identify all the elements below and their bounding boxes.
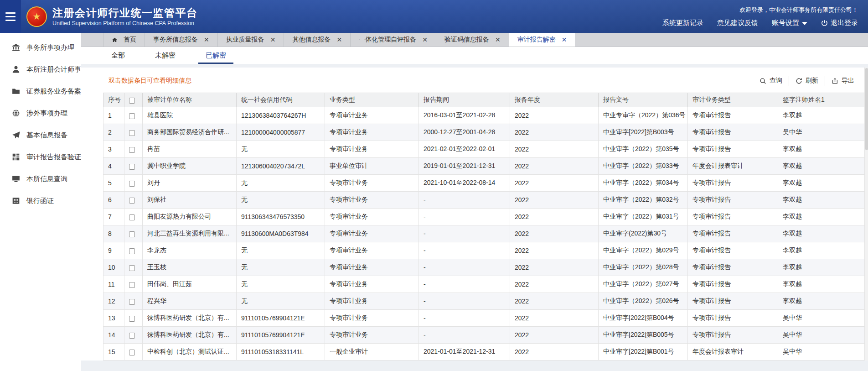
select-all-checkbox[interactable]: [129, 98, 135, 104]
sidebar-item[interactable]: 基本信息报备: [0, 124, 81, 146]
tab-验证码信息报备[interactable]: 验证码信息报备✕: [436, 33, 509, 47]
row-checkbox[interactable]: [129, 333, 135, 339]
tab-close-icon[interactable]: ✕: [270, 37, 276, 43]
sidebar-item[interactable]: 本所信息查询: [0, 168, 81, 190]
tab-close-icon[interactable]: ✕: [336, 37, 342, 43]
cell-filing-year: 2022: [510, 141, 599, 158]
table-row[interactable]: 3冉苗无专项审计业务2021-02-01至2022-02-012022中业审字（…: [103, 141, 868, 158]
tab-首页[interactable]: 首页: [103, 33, 145, 47]
刷新-button[interactable]: 刷新: [789, 76, 825, 86]
cell-no: 4: [103, 158, 124, 175]
table-row[interactable]: 10王玉枝无专项审计业务-2022中业审字（2022）第028号专项审计报告李双…: [103, 259, 868, 276]
row-checkbox[interactable]: [129, 231, 135, 237]
cell-name: 冀中职业学院: [143, 158, 237, 175]
sidebar-item-label: 基本信息报备: [26, 131, 67, 140]
tab-执业质量报备[interactable]: 执业质量报备✕: [218, 33, 284, 47]
table-row[interactable]: 13徕博科医药研发（北京）有...91110105769904121E专项审计业…: [103, 310, 868, 327]
row-checkbox[interactable]: [129, 248, 135, 254]
hamburger-menu-icon[interactable]: [0, 0, 21, 33]
sidebar-item[interactable]: 涉外事项办理: [0, 102, 81, 124]
sidebar-item-label: 银行函证: [26, 197, 54, 205]
subtab-未解密[interactable]: 未解密: [153, 47, 177, 64]
tab-一体化管理自评报备[interactable]: 一体化管理自评报备✕: [351, 33, 436, 47]
subtab-全部[interactable]: 全部: [109, 47, 127, 64]
row-checkbox[interactable]: [129, 299, 135, 305]
column-header: 报告期间: [419, 93, 510, 107]
row-checkbox[interactable]: [129, 113, 135, 119]
导出-button[interactable]: 导出: [825, 76, 861, 86]
table-row[interactable]: 2商务部国际贸易经济合作研...121000004000005877专项审计业务…: [103, 124, 868, 141]
table-row[interactable]: 15中检科创（北京）测试认证...91110105318331141L一般企业审…: [103, 344, 868, 361]
tab-label: 其他信息报备: [292, 36, 331, 44]
sidebar-item[interactable]: 审计报告报备验证: [0, 146, 81, 168]
cell-report-period: 2021-02-01至2022-02-01: [419, 141, 510, 158]
sidebar-item[interactable]: 本所注册会计师事项...: [0, 58, 81, 80]
top-link-label: 退出登录: [831, 19, 858, 27]
cell-no: 8: [103, 225, 124, 242]
cell-no: 6: [103, 192, 124, 209]
top-link-1[interactable]: 系统更新记录: [662, 19, 703, 27]
cell-select: [124, 276, 143, 293]
subtab-已解密[interactable]: 已解密: [204, 47, 228, 64]
cell-no: 14: [103, 327, 124, 344]
row-checkbox[interactable]: [129, 164, 135, 170]
cell-business-type: 专项审计业务: [325, 310, 419, 327]
power-icon: [821, 20, 828, 26]
table-row[interactable]: 4冀中职业学院12130600402073472L事业单位审计2019-01-0…: [103, 158, 868, 175]
sidebar-item[interactable]: 证券服务业务备案: [0, 80, 81, 102]
row-checkbox[interactable]: [129, 350, 135, 355]
top-link-2[interactable]: 意见建议反馈: [717, 19, 758, 27]
row-checkbox[interactable]: [129, 147, 135, 153]
scrollbar-thumb[interactable]: [865, 68, 868, 150]
cell-report-period: 2021-01-01至2021-12-31: [419, 344, 510, 361]
row-checkbox[interactable]: [129, 130, 135, 136]
sidebar-item[interactable]: 事务所事项办理: [0, 37, 81, 58]
tab-审计报告解密[interactable]: 审计报告解密✕: [509, 33, 576, 47]
top-link-3[interactable]: 账号设置: [772, 19, 807, 27]
查询-button[interactable]: 查询: [753, 76, 789, 86]
row-checkbox[interactable]: [129, 214, 135, 220]
row-checkbox[interactable]: [129, 198, 135, 204]
tab-close-icon[interactable]: ✕: [204, 37, 209, 43]
top-links: 系统更新记录意见建议反馈账号设置退出登录: [662, 19, 858, 27]
cell-select: [124, 209, 143, 225]
cell-business-type: 专项审计业务: [325, 124, 419, 141]
row-checkbox[interactable]: [129, 282, 135, 288]
page-title: 注册会计师行业统一监管平台: [52, 6, 198, 20]
tab-其他信息报备[interactable]: 其他信息报备✕: [284, 33, 351, 47]
tab-事务所信息报备[interactable]: 事务所信息报备✕: [145, 33, 218, 47]
table-row[interactable]: 12程兴华无专项审计业务-2022中业审字（2022）第026号专项审计报告李双…: [103, 293, 868, 310]
table-row[interactable]: 7曲阳友源热力有限公司911306343476573350专项审计业务-2022…: [103, 209, 868, 225]
tab-label: 一体化管理自评报备: [359, 36, 416, 44]
table-row[interactable]: 9李龙杰无专项审计业务-2022中业审字（2022）第029号专项审计报告李双越: [103, 242, 868, 259]
vertical-scrollbar[interactable]: [864, 68, 868, 361]
cell-report-doc-no: 中业审字（2022）第032号: [599, 192, 688, 209]
cell-report-period: -: [419, 192, 510, 209]
tab-close-icon[interactable]: ✕: [422, 37, 428, 43]
row-checkbox[interactable]: [129, 316, 135, 322]
top-link-4[interactable]: 退出登录: [821, 19, 858, 27]
table-row[interactable]: 11田伟岗、田江茹无专项审计业务-2022中业审字（2022）第027号专项审计…: [103, 276, 868, 293]
cell-name: 曲阳友源热力有限公司: [143, 209, 237, 225]
cell-no: 2: [103, 124, 124, 141]
tab-close-icon[interactable]: ✕: [562, 37, 567, 43]
cell-filing-year: 2022: [510, 158, 599, 175]
button-label: 刷新: [806, 77, 818, 85]
row-checkbox[interactable]: [129, 265, 135, 271]
row-checkbox[interactable]: [129, 181, 135, 187]
table-row[interactable]: 8河北三益再生资源利用有限...91130600MA0D63T984专项审计业务…: [103, 225, 868, 242]
cell-signer-name: 吴中华: [778, 310, 868, 327]
table-row[interactable]: 6刘保社无专项审计业务-2022中业审字（2022）第032号专项审计报告李双越: [103, 192, 868, 209]
cell-credit-code: 无: [237, 276, 325, 293]
cell-audit-type: 专项审计报告: [688, 141, 778, 158]
toolbar-buttons: 查询刷新导出: [753, 76, 861, 86]
table-row[interactable]: 5刘丹无专项审计业务2021-10-01至2022-08-142022中业审字（…: [103, 175, 868, 192]
tab-close-icon[interactable]: ✕: [495, 37, 501, 43]
table-row[interactable]: 1雄县医院12130638403764267H专项审计业务2016-03-01至…: [103, 107, 868, 124]
sidebar-item[interactable]: 银行函证: [0, 190, 81, 212]
top-link-label: 账号设置: [772, 19, 799, 27]
cell-report-period: -: [419, 259, 510, 276]
bank-icon: [12, 43, 20, 52]
cell-name: 程兴华: [143, 293, 237, 310]
table-row[interactable]: 14徕博科医药研发（北京）有...91110105769904121E专项审计业…: [103, 327, 868, 344]
